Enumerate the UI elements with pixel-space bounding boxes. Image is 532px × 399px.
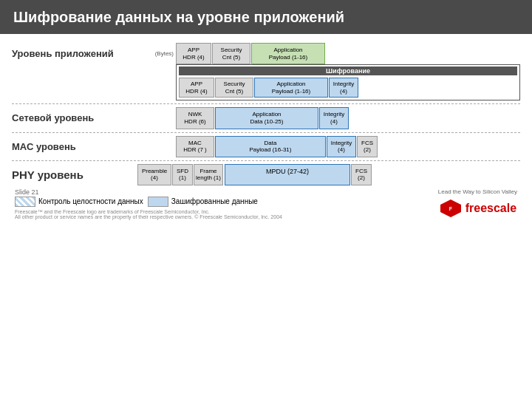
- network-boxes: NWKHDR (6) ApplicationData (10-25) Integ…: [176, 107, 349, 129]
- integrity-box-mac: Integrity(4): [327, 136, 356, 157]
- mac-boxes: MACHDR (7 ) DataPayload (16-31) Integrit…: [176, 136, 378, 157]
- frame-length-box: Framelength (1): [194, 164, 223, 185]
- phy-level-label: PHY уровень: [12, 168, 137, 181]
- mac-level-label: МАС уровень: [12, 141, 137, 152]
- app-payload-box-top: ApplicationPayload (1-16): [251, 43, 325, 64]
- encrypt-label: Шифрование: [179, 66, 517, 75]
- legend-integrity-icon: [15, 197, 35, 207]
- phy-boxes-left: Preamble(4) SFD(1) Framelength (1): [137, 164, 223, 185]
- fcs-box-mac: FCS(2): [357, 136, 378, 157]
- page-title: Шифрование данных на уровне приложений: [13, 9, 344, 26]
- preamble-box: Preamble(4): [137, 164, 171, 185]
- legend-encrypted-icon: [148, 197, 168, 207]
- header: Шифрование данных на уровне приложений: [0, 0, 532, 34]
- phy-boxes-right: MPDU (27-42) FCS(2): [225, 164, 372, 185]
- footnote: Freescale™ and the Freescale logo are tr…: [15, 209, 282, 219]
- app-level-label: Уровень приложений: [12, 48, 137, 59]
- app-hdr-box-bottom: APPHDR (4): [179, 78, 214, 98]
- security-cnt-box-bottom: SecurityCnt (5): [215, 78, 253, 98]
- app-data-box: ApplicationData (10-25): [215, 107, 318, 129]
- security-cnt-box-top: SecurityCnt (5): [212, 43, 250, 64]
- integrity-box-app: Integrity(4): [329, 78, 358, 98]
- mac-hdr-box: MACHDR (7 ): [176, 136, 214, 157]
- legend-encrypted: Зашифрованные данные: [148, 197, 258, 207]
- app-payload-box-bottom: ApplicationPayload (1-16): [254, 78, 328, 98]
- app-bottom-boxes: APPHDR (4) SecurityCnt (5) ApplicationPa…: [179, 78, 517, 98]
- slide-number: Slide 21: [15, 188, 282, 196]
- integrity-box-network: Integrity(4): [319, 107, 349, 129]
- divider-2: [12, 132, 520, 133]
- app-top-boxes: APPHDR (4) SecurityCnt (5) ApplicationPa…: [176, 43, 325, 64]
- sfd-box: SFD(1): [172, 164, 193, 185]
- fcs-box-phy: FCS(2): [351, 164, 372, 185]
- app-hdr-box-top: APPHDR (4): [176, 43, 211, 64]
- mpdu-box: MPDU (27-42): [225, 164, 350, 185]
- legend-encrypted-label: Зашифрованные данные: [171, 197, 258, 205]
- svg-text:F: F: [449, 206, 453, 211]
- nwk-hdr-box: NWKHDR (6): [176, 107, 214, 129]
- network-level-label: Сетевой уровень: [12, 112, 137, 123]
- legend-integrity-label: Контроль целостности данных: [38, 197, 143, 205]
- data-payload-box: DataPayload (16-31): [215, 136, 326, 157]
- brand-area: Lead the Way to Silicon Valley F freesca…: [438, 188, 517, 219]
- freescale-logo-icon: F: [439, 198, 463, 219]
- divider-3: [12, 160, 520, 161]
- divider-1: [12, 103, 520, 104]
- app-bytes-label: (Bytes): [137, 50, 176, 57]
- legend-integrity: Контроль целостности данных: [15, 197, 143, 207]
- footer: Slide 21 Контроль целостности данных Заш…: [12, 188, 520, 219]
- brand-name: freescale: [466, 202, 516, 215]
